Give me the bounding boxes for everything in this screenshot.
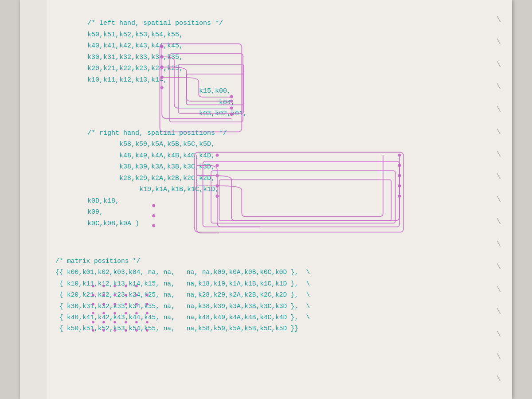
right-hand-cont-3: k0C,k0B,k0A ) — [55, 218, 485, 230]
matrix-section: /* matrix positions */ {{ k00,k01,k02,k0… — [55, 256, 485, 335]
margin-lines: \ \ \ \ \ \ \ \ \ \ \ \ \ \ \ \ \ — [485, 0, 512, 399]
left-hand-cont-1: k15,k00, — [55, 86, 485, 97]
right-hand-row-5: k19,k1A,k1B,k1C,k1D, — [55, 184, 485, 196]
matrix-row-6: { k50,k51,k52,k53,k54,k55, na, na,k58,k5… — [55, 323, 485, 334]
margin-dash: \ — [485, 125, 512, 139]
margin-dash: \ — [485, 80, 512, 94]
margin-dash: \ — [485, 237, 512, 251]
right-hand-row-2: k48,k49,k4A,k4B,k4C,k4D, — [55, 150, 485, 162]
right-hand-cont-2: k09, — [55, 207, 485, 218]
left-hand-comment: /* left hand, spatial positions */ — [55, 18, 485, 29]
matrix-row-4: { k30,k31,k32,k33,k34,k35, na, na,k38,k3… — [55, 301, 485, 312]
margin-dash: \ — [485, 215, 512, 229]
left-hand-cont-2: k04, — [55, 97, 485, 109]
left-hand-row-2: k40,k41,k42,k43,k44,k45, — [55, 40, 485, 52]
margin-dash: \ — [485, 35, 512, 49]
margin-dash: \ — [485, 147, 512, 161]
margin-dash: \ — [485, 58, 512, 72]
matrix-row-5: { k40,k41,k42,k43,k44,k45, na, na,k48,k4… — [55, 312, 485, 323]
right-hand-row-1: k58,k59,k5A,k5B,k5C,k5D, — [55, 139, 485, 150]
right-hand-comment: /* right hand, spatial positions */ — [55, 128, 485, 139]
margin-dash: \ — [485, 305, 512, 319]
matrix-row-1: {{ k00,k01,k02,k03,k04, na, na, na, na,k… — [55, 267, 485, 278]
matrix-comment: /* matrix positions */ — [55, 256, 485, 267]
right-hand-section: /* right hand, spatial positions */ k58,… — [55, 128, 485, 230]
left-hand-row-3: k30,k31,k32,k33,k34,k35, — [55, 52, 485, 63]
left-hand-section: /* left hand, spatial positions */ k50,k… — [55, 18, 485, 120]
right-hand-cont-1: k0D,k18, — [55, 196, 485, 207]
right-hand-row-4: k28,k29,k2A,k2B,k2C,k2D, — [55, 173, 485, 184]
left-margin — [20, 0, 47, 399]
margin-dash: \ — [485, 350, 512, 364]
margin-dash: \ — [485, 170, 512, 184]
margin-dash: \ — [485, 102, 512, 117]
left-hand-row-1: k50,k51,k52,k53,k54,k55, — [55, 29, 485, 41]
left-hand-row-5: k10,k11,k12,k13,k14, — [55, 74, 485, 86]
code-area: /* left hand, spatial positions */ k50,k… — [55, 18, 485, 335]
margin-dash: \ — [485, 282, 512, 297]
document-page: \ \ \ \ \ \ \ \ \ \ \ \ \ \ \ \ \ /* lef… — [20, 0, 512, 399]
margin-dash: \ — [485, 260, 512, 274]
right-hand-row-3: k38,k39,k3A,k3B,k3C,k3D, — [55, 161, 485, 173]
margin-dash: \ — [485, 192, 512, 207]
margin-dash: \ — [485, 327, 512, 341]
left-hand-cont-3: k03,k02,k01, — [55, 108, 485, 120]
margin-dash: \ — [485, 12, 512, 27]
matrix-row-3: { k20,k21,k22,k23,k24,k25, na, na,k28,k2… — [55, 289, 485, 301]
margin-dash: \ — [485, 372, 512, 386]
left-hand-row-4: k20,k21,k22,k23,k24,k25, — [55, 63, 485, 74]
matrix-row-2: { k10,k11,k12,k13,k14,k15, na, na,k18,k1… — [55, 278, 485, 289]
